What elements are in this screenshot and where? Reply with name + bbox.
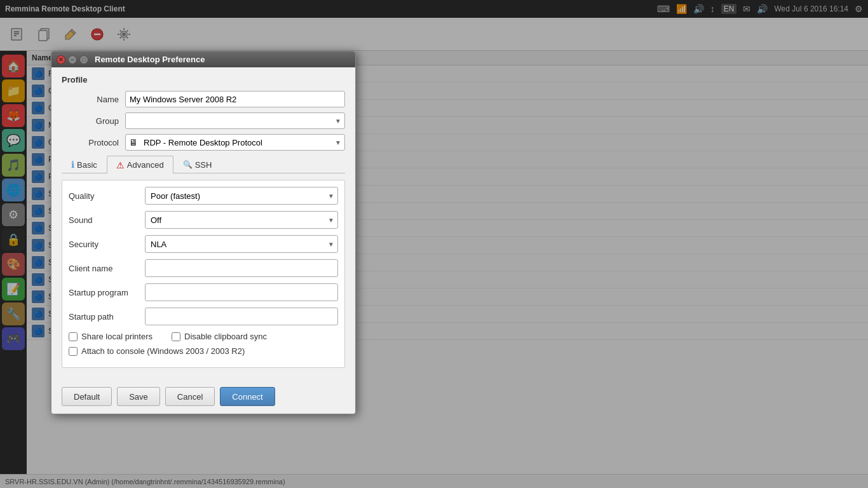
share-printers-checkbox[interactable] xyxy=(69,332,78,341)
titlebar-buttons: ✕ − □ xyxy=(57,55,88,64)
quality-select[interactable]: Poor (fastest) Medium Good Best (slowest… xyxy=(145,187,338,205)
security-label: Security xyxy=(69,240,145,249)
sound-label: Sound xyxy=(69,215,145,225)
connect-button[interactable]: Connect xyxy=(220,387,275,406)
dialog-title: Remote Desktop Preference xyxy=(95,55,205,64)
attach-console-checkbox-label[interactable]: Attach to console (Windows 2003 / 2003 R… xyxy=(69,346,245,356)
startup-program-input[interactable] xyxy=(145,283,338,301)
security-select-wrap: NLA TLS RDP None ▼ xyxy=(145,235,338,253)
group-label: Group xyxy=(62,116,125,126)
attach-console-checkbox[interactable] xyxy=(69,347,78,356)
security-row: Security NLA TLS RDP None ▼ xyxy=(69,235,338,253)
dialog-content: Profile Name Group ▼ Protocol xyxy=(51,67,355,382)
name-row: Name xyxy=(62,91,345,107)
quality-label: Quality xyxy=(69,191,145,201)
startup-path-row: Startup path xyxy=(69,308,338,325)
profile-section-label: Profile xyxy=(62,75,345,85)
startup-path-input[interactable] xyxy=(145,308,338,325)
sound-row: Sound Off Local Remote ▼ xyxy=(69,211,338,229)
basic-tab-icon: ℹ xyxy=(71,159,74,170)
tab-bar: ℹ Basic ⚠ Advanced 🔍 SSH xyxy=(62,156,345,173)
basic-tab-label: Basic xyxy=(77,160,97,170)
close-button[interactable]: ✕ xyxy=(57,55,65,64)
disable-clipboard-checkbox-label[interactable]: Disable clipboard sync xyxy=(172,332,267,341)
group-select-wrap: ▼ xyxy=(125,112,345,129)
group-row: Group ▼ xyxy=(62,112,345,129)
startup-program-label: Startup program xyxy=(69,288,145,297)
protocol-row: Protocol RDP - Remote Desktop Protocol V… xyxy=(62,134,345,151)
client-name-input[interactable] xyxy=(145,259,338,277)
sound-select-wrap: Off Local Remote ▼ xyxy=(145,211,338,229)
cancel-button[interactable]: Cancel xyxy=(165,387,215,406)
remote-desktop-preference-dialog: ✕ − □ Remote Desktop Preference Profile … xyxy=(51,51,356,414)
tab-advanced[interactable]: ⚠ Advanced xyxy=(107,156,173,173)
dialog-overlay: ✕ − □ Remote Desktop Preference Profile … xyxy=(0,0,868,488)
save-button[interactable]: Save xyxy=(117,387,160,406)
advanced-tab-icon: ⚠ xyxy=(116,160,125,170)
startup-path-label: Startup path xyxy=(69,312,145,322)
name-label: Name xyxy=(62,95,125,104)
ssh-tab-label: SSH xyxy=(195,160,212,170)
dialog-buttons: Default Save Cancel Connect xyxy=(51,382,355,414)
quality-select-wrap: Poor (fastest) Medium Good Best (slowest… xyxy=(145,187,338,205)
security-select[interactable]: NLA TLS RDP None xyxy=(145,235,338,253)
share-printers-checkbox-label[interactable]: Share local printers xyxy=(69,332,153,341)
minimize-button[interactable]: − xyxy=(68,55,77,64)
protocol-label: Protocol xyxy=(62,138,125,147)
protocol-select[interactable]: RDP - Remote Desktop Protocol VNC - Virt… xyxy=(125,134,345,151)
advanced-tab-label: Advanced xyxy=(127,160,164,170)
quality-row: Quality Poor (fastest) Medium Good Best … xyxy=(69,187,338,205)
client-name-label: Client name xyxy=(69,264,145,273)
share-printers-label: Share local printers xyxy=(81,332,153,341)
tab-ssh[interactable]: 🔍 SSH xyxy=(173,156,222,173)
client-name-row: Client name xyxy=(69,259,338,277)
disable-clipboard-label: Disable clipboard sync xyxy=(184,332,267,341)
checkbox-row-1: Share local printers Disable clipboard s… xyxy=(69,332,338,341)
protocol-select-wrap: RDP - Remote Desktop Protocol VNC - Virt… xyxy=(125,134,345,151)
group-select[interactable] xyxy=(125,112,345,129)
tab-basic[interactable]: ℹ Basic xyxy=(62,156,107,173)
attach-console-label: Attach to console (Windows 2003 / 2003 R… xyxy=(81,346,245,356)
name-input[interactable] xyxy=(125,91,345,107)
checkbox-row-2: Attach to console (Windows 2003 / 2003 R… xyxy=(69,346,338,356)
sound-select[interactable]: Off Local Remote xyxy=(145,211,338,229)
startup-program-row: Startup program xyxy=(69,283,338,301)
maximize-button[interactable]: □ xyxy=(79,55,88,64)
advanced-tab-panel: Quality Poor (fastest) Medium Good Best … xyxy=(62,180,345,368)
ssh-tab-icon: 🔍 xyxy=(183,160,193,169)
disable-clipboard-checkbox[interactable] xyxy=(172,332,180,341)
default-button[interactable]: Default xyxy=(62,387,112,406)
dialog-titlebar: ✕ − □ Remote Desktop Preference xyxy=(51,51,355,67)
